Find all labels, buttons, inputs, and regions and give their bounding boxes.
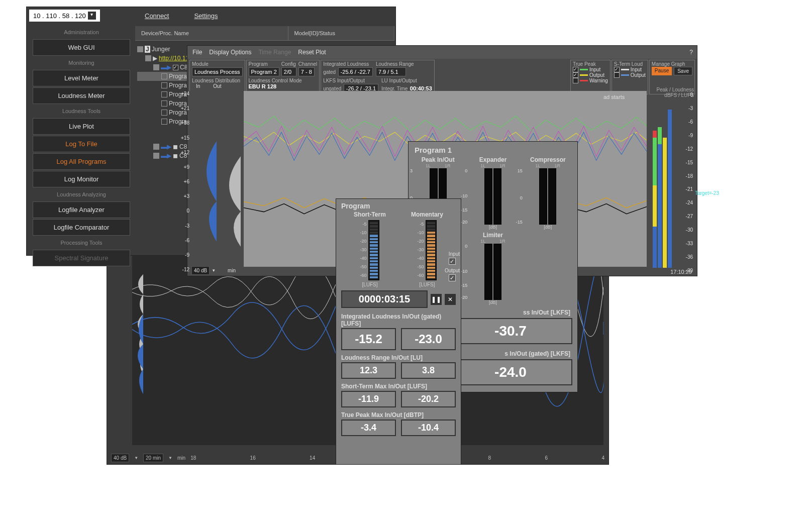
btn-log-monitor[interactable]: Log Monitor <box>33 171 130 187</box>
ad-starts-label: ad starts <box>603 94 625 100</box>
sidebar-section: Loudness Tools <box>30 105 133 117</box>
gated-value: -24.0 <box>449 359 572 385</box>
shortterm-out: -20.2 <box>401 391 456 407</box>
ip-dropdown-icon[interactable]: ▾ <box>88 12 96 20</box>
tree-toggle-icon[interactable] <box>153 64 159 70</box>
help-icon[interactable]: ? <box>689 49 693 56</box>
output-checkbox[interactable] <box>449 274 456 281</box>
target-label: Target=-23 <box>695 190 719 196</box>
btn-log-to-file[interactable]: Log To File <box>33 136 130 152</box>
right-level-meter <box>653 92 675 268</box>
tree-toggle-icon[interactable] <box>153 153 159 159</box>
timer-display: 0000:03:15 <box>341 290 428 308</box>
chk-truepeak-input[interactable] <box>573 67 578 72</box>
menu-connect[interactable]: Connect <box>145 12 169 20</box>
btn-log-all-programs[interactable]: Log All Programs <box>33 153 130 170</box>
btn-web-gui[interactable]: Web GUI <box>33 39 130 56</box>
menu-settings[interactable]: Settings <box>194 12 218 20</box>
tree-toggle-icon[interactable] <box>137 46 143 52</box>
plot-current-time: 17:10:29 <box>670 269 692 275</box>
col-status: Model[ID]/Status <box>288 26 394 40</box>
btn-logfile-comparator[interactable]: Logfile Comparator <box>33 219 130 236</box>
lra-in: 12.3 <box>341 362 396 379</box>
expander-meter-l <box>484 168 492 225</box>
expander-meter-r <box>493 168 501 225</box>
tree-toggle-icon[interactable] <box>153 144 159 150</box>
channel-value: 7 - 8 <box>298 67 315 76</box>
plot-right-scale: ad starts 0-3-6-9-12-15-18-21-24-27-30-3… <box>649 92 695 268</box>
sidebar: Administration Web GUI Monitoring Level … <box>30 26 133 267</box>
limiter-meter-l <box>484 244 492 300</box>
sidebar-section: Monitoring <box>30 57 133 69</box>
loudness-out-value: -30.7 <box>449 318 572 344</box>
limiter-meter-r <box>493 244 501 300</box>
menu-reset-plot[interactable]: Reset Plot <box>298 49 326 56</box>
sidebar-section: Loudness Analyzing <box>30 188 133 200</box>
btn-logfile-analyzer[interactable]: Logfile Analyzer <box>33 201 130 218</box>
gated-value: -25.6 / -22.7 <box>338 67 373 76</box>
io-toggles: Input Output <box>445 251 460 282</box>
pause-button[interactable]: Pause <box>652 67 672 75</box>
ip-address-input[interactable]: 10 . 110 . 58 . 120 ▾ <box>29 10 100 22</box>
chk-warning[interactable] <box>573 78 578 83</box>
tree-checkbox[interactable] <box>161 100 167 107</box>
btn-level-meter[interactable]: Level Meter <box>33 70 130 86</box>
integrated-in: -15.2 <box>341 328 396 350</box>
btn-spectral-signature[interactable]: Spectral Signature <box>33 250 130 266</box>
compressor-meter-l <box>539 168 547 225</box>
pause-button[interactable]: ❚❚ <box>431 294 442 305</box>
arrow-icon: ▶ <box>153 55 157 62</box>
lra-out: 3.8 <box>401 362 456 379</box>
chk-sterm-input[interactable] <box>614 67 620 72</box>
col-device-name: Device/Proc. Name <box>135 26 288 40</box>
x-unit: min <box>177 455 185 461</box>
reset-button[interactable]: ✕ <box>445 294 456 305</box>
compressor-meter-r <box>548 168 556 225</box>
tree-checkbox[interactable] <box>161 110 167 116</box>
sidebar-section: Administration <box>30 26 133 38</box>
module-value: Loudness Process <box>192 67 243 76</box>
shortterm-in: -11.9 <box>341 391 396 407</box>
short-term-meter <box>368 220 379 280</box>
x-unit-label: min <box>228 268 236 273</box>
footer-min-select[interactable]: 20 min <box>143 454 163 462</box>
menu-file[interactable]: File <box>192 49 202 56</box>
program-value: Program 2 <box>249 67 279 76</box>
loudness-distribution: +24+21+18+15+12+9+6+30-3-6-9-12 <box>192 91 241 267</box>
config-value: 2/0 <box>281 67 296 76</box>
input-checkbox[interactable] <box>449 258 456 265</box>
tree-checkbox[interactable] <box>161 73 167 79</box>
chk-sterm-output[interactable] <box>614 72 620 78</box>
tree-checkbox[interactable] <box>173 65 178 70</box>
integrated-out: -23.0 <box>401 328 456 350</box>
tree-checkbox[interactable] <box>161 91 167 97</box>
dynamics-title: Program 1 <box>409 142 577 156</box>
plot-menubar: File Display Options Time Range Reset Pl… <box>187 46 697 59</box>
range-value: 7.9 / 5.1 <box>376 67 406 76</box>
footer-db-select[interactable]: 40 dB <box>111 454 129 462</box>
control-mode-value: EBU R 128 <box>249 83 318 89</box>
menu-display-options[interactable]: Display Options <box>209 49 251 56</box>
btn-loudness-meter[interactable]: Loudness Meter <box>33 87 130 104</box>
save-button[interactable]: Save <box>674 67 692 75</box>
program-loudness-panel: Program Short-Term -5-10-20-30-40-50-60 … <box>336 198 461 465</box>
program-title: Program <box>336 199 461 211</box>
momentary-meter <box>426 220 437 280</box>
tree-toggle-icon[interactable] <box>145 55 151 61</box>
truepeak-in: -3.4 <box>341 420 396 436</box>
btn-live-plot[interactable]: Live Plot <box>33 118 130 135</box>
menu-time-range[interactable]: Time Range <box>258 49 291 56</box>
truepeak-out: -10.4 <box>401 420 456 436</box>
chk-truepeak-output[interactable] <box>573 72 578 78</box>
sidebar-section: Processing Tools <box>30 237 133 249</box>
plot-db-select[interactable]: 40 dB <box>191 266 210 275</box>
tree-checkbox[interactable] <box>161 82 167 88</box>
tree-checkbox[interactable] <box>161 119 167 125</box>
